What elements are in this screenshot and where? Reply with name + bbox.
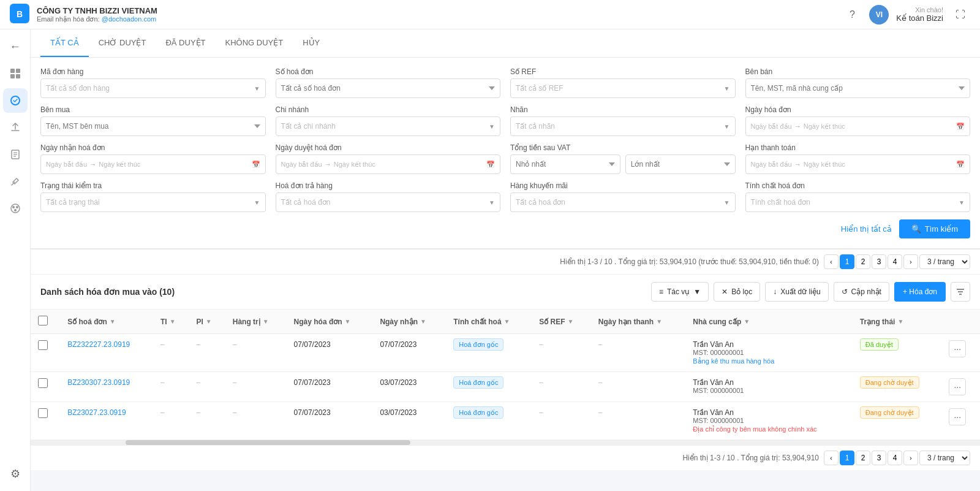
show-all-button[interactable]: Hiển thị tất cả	[841, 224, 892, 234]
supplier-name: Trần Văn An	[693, 378, 845, 387]
sidebar-item-docs[interactable]	[3, 142, 28, 167]
tab-cancelled[interactable]: HỦY	[293, 29, 330, 57]
xuat-du-lieu-button[interactable]: ↓ Xuất dữ liệu	[765, 282, 828, 302]
expand-button[interactable]: ⛶	[951, 5, 970, 25]
th-ngay-nhan[interactable]: Ngày nhận ▼	[372, 310, 446, 334]
tab-rejected[interactable]: KHÔNG DUYỆT	[216, 29, 293, 57]
page-3-button[interactable]: 3	[872, 254, 886, 269]
th-hang-tri[interactable]: Hàng trị ▼	[225, 310, 287, 334]
sidebar-item-settings[interactable]: ⚙	[3, 462, 28, 470]
column-filter-button[interactable]	[951, 282, 970, 302]
search-button[interactable]: 🔍 Tìm kiếm	[899, 219, 970, 238]
filter-date-ngay-duyet[interactable]: Ngày bắt đầu → Ngày kết thúc 📅	[276, 154, 501, 174]
th-pi[interactable]: PI ▼	[189, 310, 225, 334]
supplier-name: Trần Văn An	[693, 408, 845, 417]
sort-icon-pi: ▼	[206, 318, 212, 325]
pages-per-select-bottom[interactable]: 3 / trang	[919, 451, 970, 465]
filter-date-ngay-nhan[interactable]: Ngày bắt đầu → Ngày kết thúc 📅	[40, 154, 266, 174]
next-page-bottom[interactable]: ›	[903, 451, 918, 465]
more-actions-button[interactable]: ···	[949, 378, 966, 395]
tab-pending[interactable]: CHỜ DUYỆT	[89, 29, 156, 57]
sort-icon-ti: ▼	[170, 318, 176, 325]
sidebar-item-dashboard[interactable]	[3, 61, 28, 86]
more-actions-button[interactable]: ···	[949, 408, 966, 425]
tab-all[interactable]: TẤT CẢ	[40, 29, 89, 57]
sidebar-item-invoice[interactable]	[3, 88, 28, 113]
filter-label-so-hoa-don: Số hoá đơn	[276, 67, 501, 76]
row-checkbox[interactable]	[38, 408, 48, 418]
filter-select-nhan[interactable]: Tất cả nhãn ▼	[510, 116, 736, 136]
sort-icon-so-ref: ▼	[568, 318, 574, 325]
tac-vu-button[interactable]: ≡ Tác vụ ▼	[651, 282, 709, 302]
row-checkbox[interactable]	[38, 378, 48, 388]
greeting: Xin chào!	[896, 6, 943, 13]
cap-nhat-button[interactable]: ↺ Cập nhật	[834, 282, 889, 302]
row-checkbox[interactable]	[38, 340, 48, 350]
status-badge: Đã duyệt	[860, 338, 899, 351]
ti-value: –	[160, 340, 165, 349]
filter-input-ben-mua[interactable]	[40, 116, 266, 136]
svg-rect-5	[16, 74, 20, 78]
filter-date-ngay-hoa-don[interactable]: Ngày bắt đầu → Ngày kết thúc 📅	[745, 116, 971, 136]
th-so-hoa-don[interactable]: Số hoá đơn ▼	[60, 310, 153, 334]
add-hoa-don-button[interactable]: + Hóa đơn	[894, 282, 946, 302]
ngay-hoa-don-value: 07/07/2023	[294, 340, 331, 349]
invoice-link[interactable]: BZ23027.23.0919	[67, 408, 126, 417]
prev-page-bottom[interactable]: ‹	[824, 451, 839, 465]
th-ngay-hoa-don[interactable]: Ngày hóa đơn ▼	[287, 310, 373, 334]
invoice-link[interactable]: BZ230307.23.0919	[67, 378, 130, 387]
filter-row-2: Bên mua Chi nhánh Tất cả chi nhánh ▼ Nhã…	[40, 105, 970, 136]
filter-select-trang-thai[interactable]: Tất cả trạng thái ▼	[40, 192, 266, 212]
page-3-bottom[interactable]: 3	[872, 451, 886, 465]
filter-select-chi-nhanh[interactable]: Tất cả chi nhánh ▼	[276, 116, 501, 136]
filter-label-hang-khuyen-mai: Hàng khuyến mãi	[510, 181, 736, 190]
sidebar-item-upload[interactable]	[3, 115, 28, 140]
th-actions	[941, 310, 980, 334]
th-nha-cung-cap[interactable]: Nhà cung cấp ▼	[685, 310, 853, 334]
filter-select-hang-khuyen-mai[interactable]: Tất cả hoá đơn ▼	[510, 192, 736, 212]
pages-per-select[interactable]: 3 / trang	[919, 254, 970, 269]
filter-input-so-hoa-don[interactable]	[276, 78, 501, 98]
page-4-bottom[interactable]: 4	[888, 451, 902, 465]
filter-select-so-ref[interactable]: Tất cả số REF ▼	[510, 78, 736, 98]
th-ti[interactable]: TI ▼	[153, 310, 189, 334]
page-2-button[interactable]: 2	[856, 254, 870, 269]
filter-select-hoa-don-tra-hang[interactable]: Tất cả hoá đơn ▼	[276, 192, 501, 212]
filter-ben-ban: Bên bán	[745, 67, 971, 98]
invoice-link[interactable]: BZ232227.23.0919	[67, 340, 130, 349]
th-ngay-han[interactable]: Ngày hạn thanh ▼	[591, 310, 685, 334]
th-tinh-chat[interactable]: Tính chất hoá ▼	[446, 310, 532, 334]
filter-select-tinh-chat[interactable]: Tính chất hoá đơn ▼	[745, 192, 971, 212]
select-all-checkbox[interactable]	[38, 316, 48, 325]
th-so-ref[interactable]: Số REF ▼	[532, 310, 591, 334]
sidebar-item-back[interactable]: ←	[3, 34, 28, 59]
page-2-bottom[interactable]: 2	[856, 451, 870, 465]
page-4-button[interactable]: 4	[888, 254, 902, 269]
th-checkbox	[31, 310, 60, 334]
page-1-button[interactable]: 1	[840, 254, 854, 269]
filter-date-han-thanh-toan[interactable]: Ngày bắt đầu → Ngày kết thúc 📅	[745, 154, 971, 174]
table-scroll-bar[interactable]	[31, 440, 980, 445]
prev-page-button[interactable]: ‹	[824, 254, 839, 269]
tab-approved[interactable]: ĐÃ DUYỆT	[156, 29, 215, 57]
supplier-note: Địa chỉ công ty bên mua không chính xác	[693, 425, 845, 433]
more-actions-button[interactable]: ···	[949, 340, 966, 357]
page-1-bottom[interactable]: 1	[840, 451, 854, 465]
help-button[interactable]: ?	[842, 5, 862, 25]
sort-icon-ngay-hd: ▼	[345, 318, 351, 325]
th-trang-thai[interactable]: Trạng thái ▼	[853, 310, 941, 334]
bo-loc-button[interactable]: ✕ Bỏ lọc	[714, 282, 760, 302]
table-section: Hiển thị 1-3 / 10 . Tổng giá trị: 53,904…	[31, 249, 980, 470]
filter-select-ma-don-hang[interactable]: Tất cả số đơn hàng ▼	[40, 78, 266, 98]
filter-label-ma-don-hang: Mã đơn hàng	[40, 67, 266, 76]
tinh-chat-badge: Hoá đơn gốc	[453, 376, 503, 389]
next-page-button[interactable]: ›	[903, 254, 918, 269]
filter-nhan: Nhãn Tất cả nhãn ▼	[510, 105, 736, 136]
pagination-bottom: Hiển thị 1-3 / 10 . Tổng giá trị: 53,904…	[31, 445, 980, 470]
sidebar-item-tools[interactable]	[3, 169, 28, 194]
sidebar-item-grid[interactable]	[3, 196, 28, 221]
filter-input-min[interactable]	[510, 154, 620, 174]
filter-input-ben-ban[interactable]	[745, 78, 971, 98]
filter-input-max[interactable]	[625, 154, 736, 174]
avatar[interactable]: VI	[869, 5, 889, 25]
